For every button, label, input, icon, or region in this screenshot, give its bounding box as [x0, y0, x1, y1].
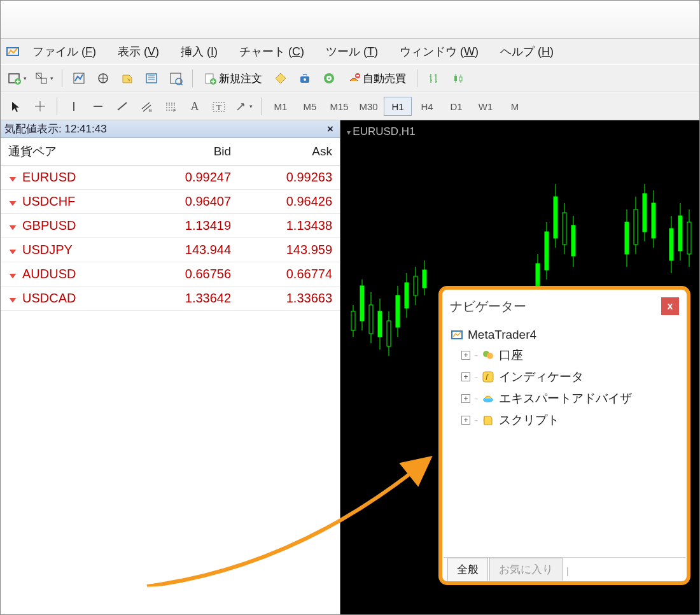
- bar-chart-button[interactable]: [423, 67, 445, 89]
- expand-icon[interactable]: +: [461, 351, 470, 360]
- autotrading-label: 自動売買: [363, 71, 406, 86]
- tree-item[interactable]: +···fインディケータ: [450, 366, 679, 388]
- svg-rect-18: [356, 75, 359, 76]
- col-symbol[interactable]: 通貨ペア: [1, 138, 137, 166]
- metaquotes-button[interactable]: [269, 67, 292, 89]
- menu-chart[interactable]: チャート (C): [230, 41, 313, 62]
- down-arrow-icon: [8, 171, 17, 180]
- svg-rect-66: [687, 222, 691, 254]
- timeframe-m15[interactable]: M15: [325, 97, 353, 116]
- svg-rect-36: [396, 295, 400, 327]
- equidistant-channel-button[interactable]: E: [135, 95, 158, 117]
- menu-insert[interactable]: 挿入 (I): [172, 41, 227, 62]
- timeframe-w1[interactable]: W1: [472, 97, 500, 116]
- svg-rect-20: [459, 77, 462, 81]
- col-bid[interactable]: Bid: [137, 138, 239, 166]
- new-chart-button[interactable]: [4, 67, 30, 89]
- tree-root[interactable]: MetaTrader4: [450, 325, 679, 344]
- timeframe-m30[interactable]: M30: [354, 97, 382, 116]
- expand-icon[interactable]: +: [461, 394, 470, 403]
- svg-rect-26: [351, 311, 355, 330]
- new-order-button[interactable]: 新規注文: [198, 67, 268, 89]
- text-label-button[interactable]: T: [207, 95, 230, 117]
- timeframe-h1[interactable]: H1: [384, 97, 412, 116]
- market-watch-button[interactable]: [67, 67, 90, 89]
- signals-button[interactable]: [293, 67, 316, 89]
- svg-rect-64: [678, 216, 682, 251]
- svg-point-16: [328, 78, 330, 80]
- svg-rect-30: [369, 305, 373, 334]
- tree-item[interactable]: +···エキスパートアドバイザ: [450, 388, 679, 409]
- app-icon: [6, 45, 20, 59]
- table-row[interactable]: GBPUSD1.134191.13438: [1, 214, 340, 238]
- table-row[interactable]: USDCHF0.964070.96426: [1, 190, 340, 214]
- autotrading-button[interactable]: 自動売買: [342, 67, 412, 89]
- svg-rect-48: [554, 197, 557, 238]
- table-row[interactable]: USDCAD1.336421.33663: [1, 286, 340, 311]
- col-ask[interactable]: Ask: [239, 138, 340, 166]
- crosshair-button[interactable]: [29, 95, 52, 117]
- menu-view[interactable]: 表示 (V): [109, 41, 168, 62]
- navigator-button[interactable]: [116, 67, 139, 89]
- vertical-line-button[interactable]: [62, 95, 85, 117]
- expand-icon[interactable]: +: [461, 372, 470, 381]
- tree-item[interactable]: +···口座: [450, 344, 679, 366]
- down-arrow-icon: [8, 195, 17, 204]
- timeframe-d1[interactable]: D1: [442, 97, 470, 116]
- data-window-button[interactable]: [92, 67, 115, 89]
- down-arrow-icon: [8, 292, 17, 301]
- title-bar: [1, 1, 699, 39]
- accounts-icon: [481, 348, 495, 362]
- candlestick-button[interactable]: [447, 67, 470, 89]
- svg-rect-40: [414, 276, 417, 295]
- timeframe-m1[interactable]: M1: [267, 97, 295, 116]
- horizontal-line-button[interactable]: [87, 95, 109, 117]
- table-row[interactable]: EURUSD0.992470.99263: [1, 166, 340, 190]
- timeframe-m[interactable]: M: [501, 97, 529, 116]
- strategy-tester-button[interactable]: [164, 67, 187, 89]
- arrows-button[interactable]: [232, 95, 256, 117]
- svg-rect-70: [483, 372, 493, 382]
- text-button[interactable]: A: [183, 95, 206, 117]
- svg-rect-62: [669, 229, 673, 260]
- menu-help[interactable]: ヘルプ (H): [491, 41, 563, 62]
- market-watch-table: 通貨ペア Bid Ask EURUSD0.992470.99263USDCHF0…: [1, 138, 340, 311]
- menu-tools[interactable]: ツール (T): [317, 41, 387, 62]
- terminal-button[interactable]: [140, 67, 163, 89]
- navigator-tab-general[interactable]: 全般: [447, 558, 488, 581]
- market-watch-header[interactable]: 気配値表示: 12:41:43 ×: [1, 120, 340, 138]
- trendline-button[interactable]: [111, 95, 134, 117]
- metatrader-icon: [450, 328, 464, 342]
- table-row[interactable]: USDJPY143.944143.959: [1, 238, 340, 262]
- navigator-tab-favorites[interactable]: お気に入り: [489, 558, 563, 581]
- expand-icon[interactable]: +: [461, 416, 470, 425]
- tree-item[interactable]: +···スクリプト: [450, 409, 679, 431]
- profiles-button[interactable]: [31, 67, 57, 89]
- svg-rect-56: [634, 209, 638, 244]
- main-toolbar: 新規注文 自動売買: [1, 64, 699, 92]
- timeframe-h4[interactable]: H4: [413, 97, 441, 116]
- indicator-icon: f: [481, 370, 495, 384]
- svg-rect-7: [146, 74, 157, 83]
- svg-rect-52: [571, 225, 575, 256]
- table-row[interactable]: AUDUSD0.667560.66774: [1, 262, 340, 286]
- navigator-title: ナビゲーター: [450, 298, 526, 315]
- svg-rect-58: [643, 194, 647, 232]
- cursor-button[interactable]: [4, 95, 27, 117]
- navigator-close-button[interactable]: x: [661, 297, 679, 315]
- svg-text:F: F: [173, 108, 176, 113]
- svg-text:T: T: [216, 102, 221, 112]
- draw-toolbar: E F A T M1M5M15M30H1H4D1W1M: [1, 92, 699, 120]
- fibonacci-button[interactable]: F: [159, 95, 182, 117]
- down-arrow-icon: [8, 220, 17, 229]
- svg-rect-19: [454, 76, 457, 81]
- market-button[interactable]: [318, 67, 340, 89]
- svg-rect-42: [423, 270, 426, 288]
- menu-window[interactable]: ウィンドウ (W): [391, 41, 487, 62]
- timeframe-m5[interactable]: M5: [296, 97, 324, 116]
- script-icon: [481, 413, 495, 427]
- down-arrow-icon: [8, 268, 17, 277]
- menu-file[interactable]: ファイル (F): [24, 41, 105, 62]
- close-icon[interactable]: ×: [325, 123, 336, 136]
- svg-point-13: [304, 78, 306, 81]
